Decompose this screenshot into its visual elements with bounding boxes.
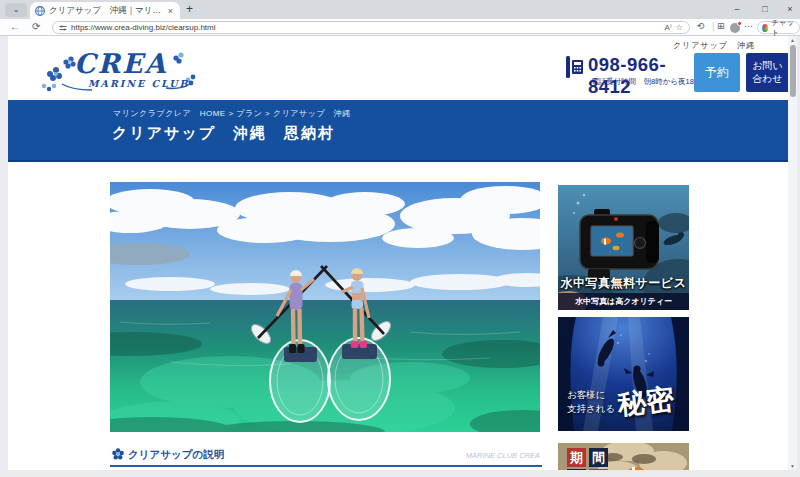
favorite-star-icon[interactable]: ☆ xyxy=(676,23,683,32)
scroll-down-icon[interactable]: ▼ xyxy=(788,463,797,469)
minimize-button[interactable]: – xyxy=(724,0,750,19)
hero-photo xyxy=(110,182,540,432)
sidebar-banner-photo-service[interactable]: 水中写真無料サービス 水中写真は高クオリティー xyxy=(558,185,689,310)
section-title: クリアサップの説明 xyxy=(128,448,224,462)
sidebar-banner-secret[interactable]: お客様に 支持される 秘密 xyxy=(558,317,689,431)
toolbar-divider: | xyxy=(712,21,714,31)
profile-avatar[interactable] xyxy=(730,23,740,33)
banner-secret-line2: 支持される xyxy=(567,403,615,416)
collections-icon[interactable]: ⊞ xyxy=(717,21,725,31)
contact-line1: お問い xyxy=(752,60,782,73)
tab-close-icon[interactable]: × xyxy=(166,6,175,16)
browser-tab[interactable]: クリアサップ 沖縄｜マリンクラブクレア × xyxy=(30,2,180,19)
hero-band: マリンクラブクレア HOME > プラン > クリアサップ 沖縄 クリアサップ … xyxy=(8,100,788,162)
flower-bullet-icon xyxy=(112,448,124,460)
sidebar-banner-limited[interactable]: 期 間 限 定 xyxy=(558,443,689,470)
scroll-up-icon[interactable]: ▲ xyxy=(788,37,797,43)
more-menu-icon[interactable]: ⋯ xyxy=(744,21,753,31)
page-top-label: クリアサップ 沖縄 xyxy=(673,40,755,51)
breadcrumb[interactable]: マリンクラブクレア HOME > プラン > クリアサップ 沖縄 xyxy=(113,108,351,119)
sync-icon[interactable]: ⟲ xyxy=(697,21,705,31)
refresh-icon[interactable]: ⟳ xyxy=(32,21,40,32)
reserve-button[interactable]: 予約 xyxy=(694,53,740,92)
logo-text: CREA xyxy=(74,48,167,79)
url-text: https://www.crea-diving.biz/clearsup.htm… xyxy=(71,23,661,32)
section-watermark: MARINE CLUB CREA xyxy=(466,451,540,460)
browser-window: ⌄ クリアサップ 沖縄｜マリンクラブクレア × + – □ × ← ⟳ http… xyxy=(0,0,800,477)
notification-dot xyxy=(737,21,742,26)
back-icon[interactable]: ← xyxy=(10,21,20,32)
banner-photo-subband: 水中写真は高クオリティー xyxy=(558,293,689,310)
close-button[interactable]: × xyxy=(780,0,800,19)
phone-number[interactable]: 098-966-8412 xyxy=(588,54,704,98)
scrollbar-thumb[interactable] xyxy=(790,45,796,97)
logo-subtext: MARINE CLUB xyxy=(88,78,190,89)
chat-button[interactable]: チャット xyxy=(757,21,800,34)
browser-toolbar: ← ⟳ https://www.crea-diving.biz/clearsup… xyxy=(0,19,800,36)
phone-icon xyxy=(566,56,583,78)
window-bottom-frame xyxy=(0,470,800,477)
banner-photo-title: 水中写真無料サービス xyxy=(558,275,689,292)
clear-sup-photo-illustration xyxy=(110,182,540,432)
limited-char-2: 間 xyxy=(589,448,608,467)
phone-hours: 電話受付時間 朝8時から夜18時 xyxy=(591,77,701,87)
phone-block: 098-966-8412 電話受付時間 朝8時から夜18時 xyxy=(564,54,704,94)
section-divider xyxy=(110,465,542,467)
webpage: クリアサップ 沖縄 CREA MARINE CLUB xyxy=(8,36,788,470)
address-bar[interactable]: https://www.crea-diving.biz/clearsup.htm… xyxy=(52,21,690,34)
tune-icon xyxy=(59,24,67,32)
contact-line2: 合わせ xyxy=(752,73,782,86)
limited-char-1: 期 xyxy=(567,448,586,467)
banner-photo-subtitle: 水中写真は高クオリティー xyxy=(575,296,672,307)
tab-strip: ⌄ クリアサップ 沖縄｜マリンクラブクレア × + – □ × xyxy=(0,0,800,19)
site-logo[interactable]: CREA MARINE CLUB xyxy=(36,44,216,98)
contact-button[interactable]: お問い 合わせ xyxy=(746,53,788,92)
globe-favicon-icon xyxy=(35,6,45,16)
tab-search-button[interactable]: ⌄ xyxy=(5,3,27,17)
maximize-button[interactable]: □ xyxy=(752,0,778,19)
page-title: クリアサップ 沖縄 恩納村 xyxy=(112,124,335,143)
read-aloud-icon[interactable]: A⁾ xyxy=(665,23,672,32)
banner-secret-highlight: 秘密 xyxy=(616,380,676,424)
section-header: クリアサップの説明 MARINE CLUB CREA xyxy=(110,444,542,470)
copilot-icon xyxy=(762,24,768,32)
tab-title: クリアサップ 沖縄｜マリンクラブクレア xyxy=(49,5,162,17)
page-scrollbar[interactable]: ▲ ▼ xyxy=(788,36,797,470)
banner-secret-line1: お客様に xyxy=(567,389,605,402)
chat-label: チャット xyxy=(771,18,795,38)
new-tab-button[interactable]: + xyxy=(186,2,193,16)
